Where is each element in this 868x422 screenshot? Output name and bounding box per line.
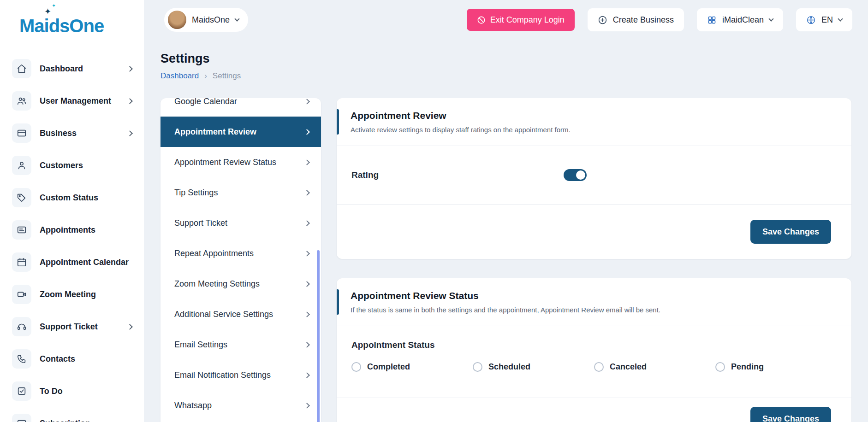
chevron-right-icon xyxy=(304,403,310,409)
sidebar-item-label: Dashboard xyxy=(40,64,83,74)
settings-item-support-ticket[interactable]: Support Ticket xyxy=(161,208,321,238)
chevron-right-icon xyxy=(304,159,310,165)
settings-item-appointment-review[interactable]: Appointment Review xyxy=(161,117,321,147)
sidebar-item-user-management[interactable]: User Management xyxy=(0,85,144,117)
toggle-knob xyxy=(576,170,585,180)
chevron-down-icon xyxy=(768,16,773,21)
sidebar-item-appointment-calendar[interactable]: Appointment Calendar xyxy=(0,246,144,278)
chevron-right-icon xyxy=(304,220,310,226)
top-bar-actions: Exit Company Login Create Business iMaid… xyxy=(467,8,852,31)
settings-layout: Google Calendar Appointment Review Appoi… xyxy=(161,98,851,422)
avatar xyxy=(168,11,186,29)
settings-item-email-notification-settings[interactable]: Email Notification Settings xyxy=(161,360,321,390)
exit-company-login-button[interactable]: Exit Company Login xyxy=(467,9,575,31)
page-title: Settings xyxy=(161,52,851,66)
page-content: Settings Dashboard › Settings Google Cal… xyxy=(144,40,868,422)
radio-option-canceled[interactable]: Canceled xyxy=(594,362,715,372)
settings-item-tip-settings[interactable]: Tip Settings xyxy=(161,177,321,208)
settings-item-whatsapp[interactable]: Whatsapp xyxy=(161,390,321,421)
panel-footer: Save Changes xyxy=(337,205,851,259)
chevron-right-icon xyxy=(304,342,310,348)
save-changes-button[interactable]: Save Changes xyxy=(750,407,831,422)
save-changes-button[interactable]: Save Changes xyxy=(750,220,831,244)
settings-item-zoom-meeting-settings[interactable]: Zoom Meeting Settings xyxy=(161,269,321,299)
radio-icon[interactable] xyxy=(594,362,604,372)
chevron-right-icon xyxy=(304,190,310,196)
sidebar-item-customers[interactable]: Customers xyxy=(0,149,144,182)
app-root: MaidsOne ✦ ✦ Dashboard User Management xyxy=(0,0,868,422)
settings-menu: Google Calendar Appointment Review Appoi… xyxy=(161,98,321,422)
settings-item-repeat-appointments[interactable]: Repeat Appointments xyxy=(161,238,321,269)
chevron-right-icon xyxy=(128,129,132,137)
create-business-label: Create Business xyxy=(613,15,674,25)
app-logo[interactable]: MaidsOne ✦ ✦ xyxy=(0,0,144,52)
tag-icon xyxy=(12,188,31,207)
radio-icon[interactable] xyxy=(715,362,725,372)
panel-title: Appointment Review Status xyxy=(351,290,838,301)
sidebar-item-label: Custom Status xyxy=(40,193,98,203)
sidebar-item-business[interactable]: Business xyxy=(0,117,144,149)
language-selector-button[interactable]: EN xyxy=(796,8,852,31)
sidebar: MaidsOne ✦ ✦ Dashboard User Management xyxy=(0,0,144,422)
panel-title: Appointment Review xyxy=(351,110,838,121)
settings-item-label: Tip Settings xyxy=(174,188,218,198)
chevron-right-icon xyxy=(304,311,310,317)
chevron-down-icon xyxy=(838,16,843,21)
create-business-button[interactable]: Create Business xyxy=(588,8,684,31)
sidebar-item-dashboard[interactable]: Dashboard xyxy=(0,53,144,85)
settings-item-appointment-review-status[interactable]: Appointment Review Status xyxy=(161,147,321,177)
settings-item-label: Repeat Appointments xyxy=(174,249,254,258)
settings-item-google-calendar[interactable]: Google Calendar xyxy=(161,98,321,117)
radio-label: Completed xyxy=(367,362,410,372)
settings-item-email-settings[interactable]: Email Settings xyxy=(161,329,321,360)
sidebar-item-label: User Management xyxy=(40,96,111,106)
phone-icon xyxy=(12,349,31,369)
sidebar-item-contacts[interactable]: Contacts xyxy=(0,343,144,375)
video-camera-icon xyxy=(12,285,31,304)
sidebar-item-label: Contacts xyxy=(40,354,75,364)
radio-option-scheduled[interactable]: Scheduled xyxy=(473,362,594,372)
language-selector-label: EN xyxy=(821,15,833,25)
exit-company-login-label: Exit Company Login xyxy=(490,15,565,25)
sidebar-item-subscription[interactable]: Subscription xyxy=(0,407,144,422)
settings-item-label: Google Calendar xyxy=(174,98,237,106)
settings-item-label: Support Ticket xyxy=(174,218,227,228)
headset-icon xyxy=(12,317,31,336)
chevron-right-icon xyxy=(304,129,310,135)
ban-icon xyxy=(477,16,486,24)
panel-header: Appointment Review Activate review setti… xyxy=(337,98,851,146)
card-icon xyxy=(12,123,31,143)
appointment-review-status-panel: Appointment Review Status If the status … xyxy=(337,278,851,422)
chevron-right-icon xyxy=(304,99,310,105)
breadcrumb-dashboard-link[interactable]: Dashboard xyxy=(161,71,199,81)
settings-item-label: Additional Service Settings xyxy=(174,310,273,319)
appointment-review-panel: Appointment Review Activate review setti… xyxy=(337,98,851,259)
main-area: MaidsOne Exit Company Login Create Busin… xyxy=(144,0,868,422)
settings-item-label: Whatsapp xyxy=(174,401,212,410)
app-switcher-button[interactable]: iMaidClean xyxy=(697,8,783,31)
company-menu-button[interactable]: MaidsOne xyxy=(164,8,248,32)
card-icon xyxy=(12,414,31,422)
settings-item-label: Zoom Meeting Settings xyxy=(174,279,260,289)
settings-item-label: Appointment Review Status xyxy=(174,158,276,167)
sidebar-item-support-ticket[interactable]: Support Ticket xyxy=(0,311,144,343)
chevron-right-icon xyxy=(304,372,310,378)
radio-option-pending[interactable]: Pending xyxy=(715,362,837,372)
top-bar: MaidsOne Exit Company Login Create Busin… xyxy=(144,0,868,40)
sidebar-item-to-do[interactable]: To Do xyxy=(0,375,144,407)
sidebar-item-appointments[interactable]: Appointments xyxy=(0,214,144,246)
radio-option-completed[interactable]: Completed xyxy=(351,362,473,372)
settings-menu-scrollbar[interactable] xyxy=(317,250,320,422)
sidebar-item-zoom-meeting[interactable]: Zoom Meeting xyxy=(0,278,144,311)
users-icon xyxy=(12,91,31,111)
settings-item-additional-service-settings[interactable]: Additional Service Settings xyxy=(161,299,321,329)
chevron-right-icon xyxy=(128,322,132,331)
radio-icon[interactable] xyxy=(473,362,482,372)
rating-toggle[interactable] xyxy=(564,169,587,181)
status-options: Completed Scheduled Canceled xyxy=(351,362,837,372)
sidebar-item-label: Appointment Calendar xyxy=(40,258,129,267)
chevron-right-icon xyxy=(304,251,310,257)
sidebar-item-custom-status[interactable]: Custom Status xyxy=(0,182,144,214)
radio-icon[interactable] xyxy=(351,362,361,372)
calendar-icon xyxy=(12,252,31,272)
